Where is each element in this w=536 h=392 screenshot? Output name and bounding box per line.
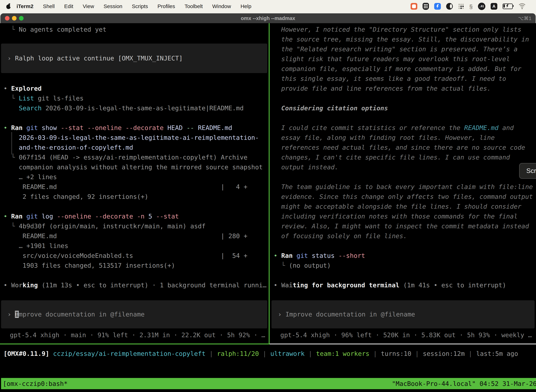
left-pane-header-lines: └ No agents completed yet xyxy=(0,25,269,34)
bottom-border-inactive xyxy=(270,344,536,344)
terminal-line: output instead. xyxy=(270,162,536,172)
right-prompt-input-line: › Improve documentation in @filename xyxy=(278,309,415,319)
terminal-line: Considering citation options xyxy=(270,103,536,113)
close-button[interactable] xyxy=(5,16,10,21)
terminal-line: evidence. Since this change only affects… xyxy=(270,192,536,202)
menu-item-session[interactable]: Session xyxy=(99,3,127,9)
menu-bar-left: iTerm2ShellEditViewSessionScriptsProfile… xyxy=(0,3,256,9)
menu-bar: iTerm2ShellEditViewSessionScriptsProfile… xyxy=(0,0,536,13)
menu-item-edit[interactable]: Edit xyxy=(59,3,78,9)
terminal-line: Search 2026-03-09-is-legal-the-same-as-l… xyxy=(0,103,269,113)
moon-disc-icon[interactable] xyxy=(446,3,453,10)
screen-tooltip[interactable]: Scre xyxy=(519,163,536,179)
terminal-line: • Ran git status --short xyxy=(270,251,536,261)
window-shortcut: ⌥⌘1 xyxy=(518,15,531,21)
terminal-line: └ (no output) xyxy=(270,261,536,271)
right-pane-log: However, I noticed the "Directory Struct… xyxy=(270,25,536,290)
menu-item-shell[interactable]: Shell xyxy=(38,3,59,9)
menu-items: iTerm2ShellEditViewSessionScriptsProfile… xyxy=(13,3,256,9)
ralph-loop-notice-line: › Ralph loop active continue [OMX_TMUX_I… xyxy=(7,53,183,63)
left-prompt-input[interactable]: › Improve documentation in @filename xyxy=(1,300,267,328)
left-prompt-input-line: › Improve documentation in @filename xyxy=(7,309,144,319)
terminal-line: review. Also, I might want to inspect th… xyxy=(270,221,536,231)
tmux-session-label: [omx-cczip0:bash* xyxy=(3,380,67,387)
menu-item-iterm2[interactable]: iTerm2 xyxy=(13,3,38,9)
left-pane-log: • Explored └ List git ls-files Search 20… xyxy=(0,84,269,290)
terminal-line: the source tree, missing the essay. Stil… xyxy=(270,34,536,44)
title-bar: omx --xhigh --madmax ⌥⌘1 xyxy=(0,13,536,23)
terminal-line: • Waiting for background terminal (1m 41… xyxy=(270,280,536,290)
battery-icon[interactable] xyxy=(502,4,513,9)
terminal-line: └ List git ls-files xyxy=(0,93,269,103)
terminal-line: companion analysis without altering the … xyxy=(0,162,269,172)
terminal-line: • Ran git show --stat --oneline --decora… xyxy=(0,123,269,133)
tmux-host-clock: "MacBook-Pro-44.local" 04:52 31-Mar-26 xyxy=(392,380,536,387)
menu-item-window[interactable]: Window xyxy=(207,3,236,9)
terminal-line: changes, I can't cite specific file line… xyxy=(270,152,536,162)
bottom-border-active xyxy=(0,344,270,344)
window-title: omx --xhigh --madmax xyxy=(0,15,536,21)
terminal-line: However, I noticed the "Directory Struct… xyxy=(270,25,536,34)
terminal-line: including verification notes with those … xyxy=(270,211,536,221)
terminal-line: … +2 lines xyxy=(0,172,269,182)
tmux-status-bar: [omx-cczip0:bash* "MacBook-Pro-44.local"… xyxy=(1,378,536,389)
menu-item-profiles[interactable]: Profiles xyxy=(153,3,180,9)
terminal-line: 2 files changed, 92 insertions(+) xyxy=(0,192,269,202)
terminal-line: The team guideline is to back every impo… xyxy=(270,182,536,192)
right-model-status: gpt-5.4 xhigh · 96% left · 520K in · 5.8… xyxy=(270,330,536,340)
zoom-button[interactable] xyxy=(19,16,24,21)
menu-item-view[interactable]: View xyxy=(78,3,99,9)
terminal-line: this single essay, it seems like a good … xyxy=(270,74,536,84)
pane-divider[interactable] xyxy=(269,23,270,344)
terminal-line: companion file, especially if more comme… xyxy=(270,64,536,74)
menu-bar-status: § ..61 A xyxy=(411,3,536,10)
terminal-line: └ No agents completed yet xyxy=(0,25,269,34)
terminal-line: README.md | 4 + xyxy=(0,182,269,192)
left-pane: └ No agents completed yet › Ralph loop a… xyxy=(0,23,269,344)
chat-icon[interactable] xyxy=(411,3,417,10)
terminal-line: of focusing solely on file lines. xyxy=(270,231,536,241)
ralph-loop-notice-box: › Ralph loop active continue [OMX_TMUX_I… xyxy=(1,44,267,73)
terminal-line: … +1901 lines xyxy=(0,241,269,251)
tree-guide-line xyxy=(11,132,12,154)
terminal-line: └ 067f154 (HEAD -> essay/ai-reimplementa… xyxy=(0,152,269,162)
wifi-icon[interactable] xyxy=(518,3,526,9)
terminal: └ No agents completed yet › Ralph loop a… xyxy=(0,23,536,344)
screen: iTerm2ShellEditViewSessionScriptsProfile… xyxy=(0,0,536,392)
apple-icon[interactable] xyxy=(6,4,11,9)
terminal-line: references need actual files, and since … xyxy=(270,143,536,152)
shield-grid-icon[interactable] xyxy=(423,3,429,10)
minimize-button[interactable] xyxy=(12,16,17,21)
terminal-line: • Ran git log --oneline --decorate -n 5 … xyxy=(0,211,269,221)
terminal-line: and-the-erosion-of-copyleft.md xyxy=(0,143,269,152)
terminal-line: the "Related research writing" section i… xyxy=(270,44,536,54)
traffic-lights xyxy=(5,16,24,21)
terminal-line: essay file, along with finding root file… xyxy=(270,133,536,143)
terminal-line: 1903 files changed, 513517 insertions(+) xyxy=(0,261,269,271)
screen-tooltip-label: Scre xyxy=(526,167,536,175)
left-model-status: gpt-5.4 xhigh · main · 91% left · 2.31M … xyxy=(0,330,269,340)
omx-status-line: [OMX#0.11.9] cczip/essay/ai-reimplementa… xyxy=(0,349,536,359)
right-prompt-input[interactable]: › Improve documentation in @filename xyxy=(272,300,535,328)
terminal-line: • Explored xyxy=(0,84,269,93)
menu-item-scripts[interactable]: Scripts xyxy=(127,3,153,9)
terminal-line: might be acceptable alongside the file l… xyxy=(270,202,536,211)
terminal-line: README.md | 280 + xyxy=(0,231,269,241)
terminal-line: └ 4b9d30f (origin/main, instructkr/main,… xyxy=(0,221,269,231)
terminal-line: provide file and line references from th… xyxy=(270,84,536,93)
right-pane: However, I noticed the "Directory Struct… xyxy=(270,23,536,344)
terminal-line: I could cite commit statistics or refere… xyxy=(270,123,536,133)
keyboard-layout-icon[interactable]: A xyxy=(491,3,497,10)
terminal-line: slight risk that future readers may over… xyxy=(270,54,536,64)
cable-icon[interactable]: § xyxy=(469,3,473,10)
terminal-line: 2026-03-09-is-legal-the-same-as-legitima… xyxy=(0,133,269,143)
terminal-line: src/voice/voiceModeEnabled.ts | 54 + xyxy=(0,251,269,261)
title-bar-row: omx --xhigh --madmax ⌥⌘1 xyxy=(0,13,536,23)
terminal-line: • Working (11m 13s • esc to interrupt) ·… xyxy=(0,280,269,290)
menu-item-help[interactable]: Help xyxy=(236,3,256,9)
swift-bolt-icon[interactable] xyxy=(434,3,441,10)
badge-61-icon[interactable]: ..61 xyxy=(478,3,485,10)
dots-grid-icon[interactable] xyxy=(458,3,464,9)
menu-item-toolbelt[interactable]: Toolbelt xyxy=(180,3,207,9)
